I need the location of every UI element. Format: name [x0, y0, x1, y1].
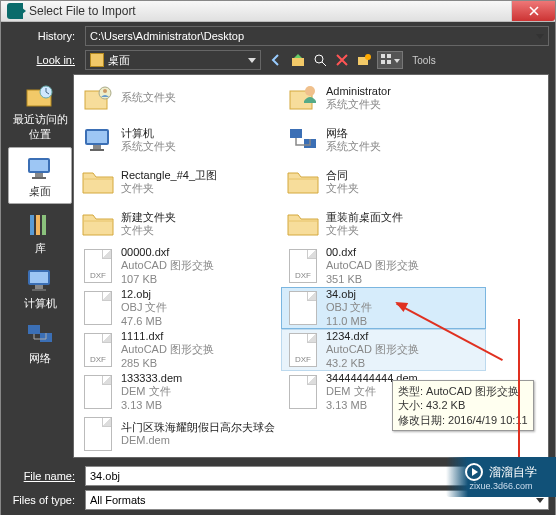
file-size: 47.6 MB [121, 315, 167, 328]
lookin-toolbar: Tools [267, 51, 441, 69]
tools-dropdown[interactable]: Tools [407, 51, 441, 69]
file-type: AutoCAD 图形交换 [121, 343, 214, 356]
file-name: 斗门区珠海耀朗假日高尔夫球会 [121, 421, 275, 434]
history-value: C:\Users\Administrator\Desktop [90, 30, 244, 42]
folder-icon [81, 207, 115, 241]
sidebar-item-desktop[interactable]: 桌面 [8, 147, 72, 204]
file-type: OBJ 文件 [121, 301, 167, 314]
sidebar-item-network[interactable]: 网络 [7, 315, 73, 370]
file-name: 1111.dxf [121, 330, 214, 343]
svg-rect-12 [35, 173, 43, 177]
places-bar: 最近访问的位置 桌面 库 计算机 网络 [7, 74, 73, 458]
file-size: 43.2 KB [326, 357, 419, 370]
file-tile[interactable]: 计算机系统文件夹 [76, 119, 281, 161]
file-tile[interactable]: 网络系统文件夹 [281, 119, 486, 161]
computer-icon [24, 264, 56, 296]
file-tile[interactable]: 系统文件夹 [76, 77, 281, 119]
file-name: 新建文件夹 [121, 211, 176, 224]
file-tile[interactable]: 34.objOBJ 文件11.0 MB [281, 287, 486, 329]
file-tile[interactable]: DXF00000.dxfAutoCAD 图形交换107 KB [76, 245, 281, 287]
file-tile[interactable]: 斗门区珠海耀朗假日高尔夫球会DEM.dem [76, 413, 281, 455]
file-size: 285 KB [121, 357, 214, 370]
new-folder-icon[interactable] [355, 51, 373, 69]
sidebar-item-computer[interactable]: 计算机 [7, 260, 73, 315]
file-list[interactable]: 系统文件夹计算机系统文件夹Rectangle_#4_卫图文件夹新建文件夹文件夹D… [73, 74, 549, 458]
blank-icon [81, 291, 115, 325]
svg-rect-15 [36, 215, 40, 235]
svg-rect-6 [381, 60, 385, 64]
tooltip: 类型: AutoCAD 图形交换 大小: 43.2 KB 修改日期: 2016/… [392, 380, 534, 431]
sidebar-item-label: 桌面 [29, 184, 51, 199]
svg-rect-19 [35, 285, 43, 289]
svg-point-1 [315, 55, 323, 63]
svg-rect-27 [87, 131, 107, 143]
file-tile[interactable]: 12.objOBJ 文件47.6 MB [76, 287, 281, 329]
views-dropdown[interactable] [377, 51, 403, 69]
dxf-icon: DXF [81, 249, 115, 283]
recent-icon [24, 80, 56, 112]
file-tile[interactable]: Rectangle_#4_卫图文件夹 [76, 161, 281, 203]
lookin-dropdown[interactable]: 桌面 [85, 50, 261, 70]
sidebar-item-label: 最近访问的位置 [9, 112, 71, 142]
file-name: Rectangle_#4_卫图 [121, 169, 217, 182]
close-button[interactable] [511, 1, 555, 21]
lookin-value: 桌面 [108, 53, 130, 68]
file-size: 3.13 MB [121, 399, 182, 412]
file-tile[interactable]: DXF1234.dxfAutoCAD 图形交换43.2 KB [281, 329, 486, 371]
file-tile[interactable]: Administrator系统文件夹 [281, 77, 486, 119]
folder-icon [90, 53, 104, 67]
sidebar-item-recent[interactable]: 最近访问的位置 [7, 76, 73, 146]
file-type: 系统文件夹 [326, 140, 381, 153]
svg-point-25 [103, 89, 107, 93]
file-type: 文件夹 [121, 182, 217, 195]
file-type: 文件夹 [326, 224, 403, 237]
file-tile[interactable]: 新建文件夹文件夹 [76, 203, 281, 245]
watermark: 溜溜自学 zixue.3d66.com [446, 457, 556, 497]
window-title: Select File to Import [29, 4, 511, 18]
file-name: 1234.dxf [326, 330, 419, 343]
svg-rect-20 [32, 289, 46, 291]
sidebar-item-lib[interactable]: 库 [7, 205, 73, 260]
file-name: 00.dxf [326, 246, 419, 259]
file-tile[interactable]: 133333.demDEM 文件3.13 MB [76, 371, 281, 413]
file-type: 系统文件夹 [121, 140, 176, 153]
app-icon [7, 3, 23, 19]
admin-icon [286, 81, 320, 115]
svg-rect-13 [32, 177, 46, 179]
lookin-label: Look in: [7, 54, 79, 66]
svg-rect-21 [28, 325, 40, 334]
svg-rect-18 [30, 272, 48, 283]
file-tile[interactable]: DXF1111.dxfAutoCAD 图形交换285 KB [76, 329, 281, 371]
svg-rect-7 [387, 60, 391, 64]
dxf-icon: DXF [286, 249, 320, 283]
svg-rect-4 [381, 54, 385, 58]
svg-rect-14 [30, 215, 34, 235]
history-dropdown[interactable]: C:\Users\Administrator\Desktop [85, 26, 549, 46]
filetype-label: Files of type: [7, 494, 79, 506]
back-icon[interactable] [267, 51, 285, 69]
computer-icon [81, 123, 115, 157]
history-label: History: [7, 30, 79, 42]
library-icon [24, 209, 56, 241]
delete-icon[interactable] [333, 51, 351, 69]
file-name: Administrator [326, 85, 391, 98]
search-icon[interactable] [311, 51, 329, 69]
file-type: AutoCAD 图形交换 [326, 343, 419, 356]
up-icon[interactable] [289, 51, 307, 69]
titlebar: Select File to Import [1, 1, 555, 22]
file-tile[interactable]: DXF00.dxfAutoCAD 图形交换351 KB [281, 245, 486, 287]
file-size: 107 KB [121, 273, 214, 286]
file-name: 重装前桌面文件 [326, 211, 403, 224]
file-name: 00000.dxf [121, 246, 214, 259]
folder-icon [81, 165, 115, 199]
desktop-icon [24, 152, 56, 184]
file-name: 34.obj [326, 288, 372, 301]
file-tile[interactable]: 合同文件夹 [281, 161, 486, 203]
folder-icon [286, 207, 320, 241]
svg-rect-0 [292, 58, 304, 66]
filename-label: File name: [7, 470, 79, 482]
dxf-icon: DXF [286, 333, 320, 367]
user-icon [81, 81, 115, 115]
sidebar-item-label: 计算机 [24, 296, 57, 311]
file-tile[interactable]: 重装前桌面文件文件夹 [281, 203, 486, 245]
